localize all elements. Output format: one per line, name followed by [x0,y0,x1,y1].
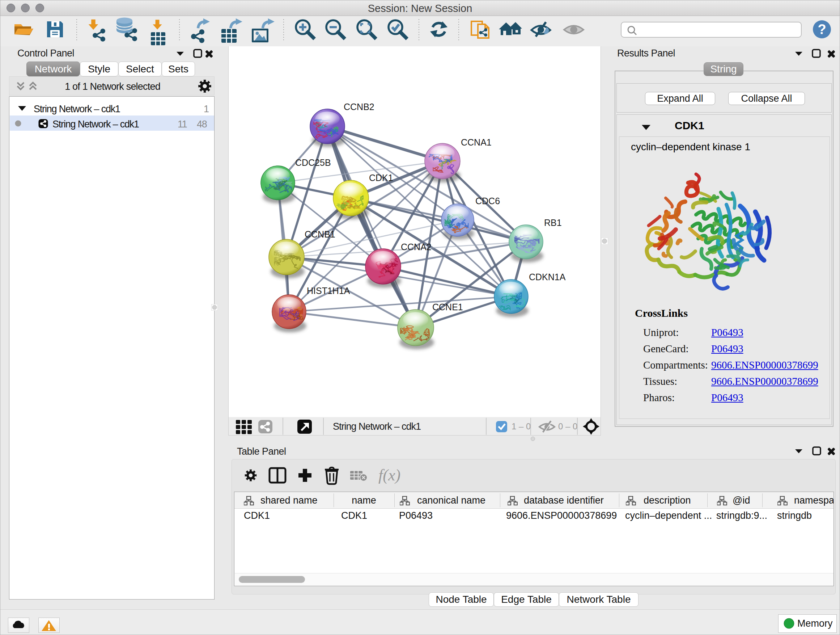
svg-text:CDC6: CDC6 [475,196,500,206]
svg-text:CDC25B: CDC25B [295,157,331,168]
svg-text:?: ? [818,22,826,37]
svg-text:CCNE1: CCNE1 [432,302,463,312]
svg-text:0 – 0: 0 – 0 [558,421,577,431]
svg-text:CDK1: CDK1 [369,173,393,183]
svg-text:CDKN1A: CDKN1A [529,272,566,282]
svg-text:String Network – cdk1: String Network – cdk1 [333,421,421,432]
svg-text:CCNB2: CCNB2 [344,102,374,112]
svg-text:RB1: RB1 [544,218,562,228]
svg-text:CCNA2: CCNA2 [401,242,431,252]
svg-text:CCNA1: CCNA1 [461,137,492,147]
svg-text:1 – 0: 1 – 0 [512,421,531,431]
svg-text:CCNB1: CCNB1 [305,229,335,239]
svg-text:HIST1H1A: HIST1H1A [307,286,350,296]
svg-text:f(x): f(x) [378,466,401,484]
